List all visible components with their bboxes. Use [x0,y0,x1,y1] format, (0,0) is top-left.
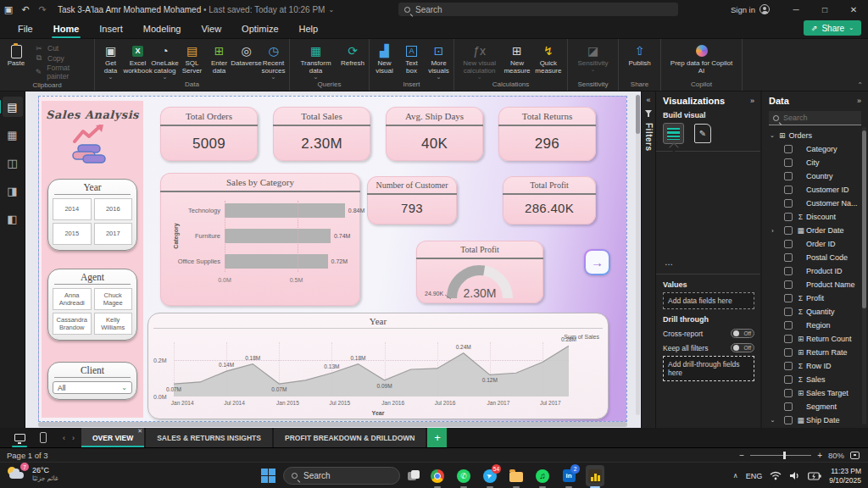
format-visual-button[interactable]: ✎ [694,124,711,143]
visual-type-icon[interactable] [678,229,692,241]
field-checkbox[interactable] [784,226,793,235]
view-nav-item[interactable]: ◧ [3,208,23,229]
visual-type-icon[interactable] [663,243,676,256]
field-checkbox[interactable] [784,267,793,275]
field-checkbox[interactable] [784,321,793,330]
telegram-app-icon[interactable]: 54➤ [481,465,499,486]
view-nav-item[interactable]: ▤ [3,97,23,117]
close-tab-icon[interactable]: ✕ [137,428,142,435]
client-dropdown[interactable]: All ⌄ [53,381,132,394]
field-checkbox[interactable] [784,375,793,384]
drill-through-field-well[interactable]: Add drill-through fields here [663,356,754,381]
view-nav-item[interactable]: ◨ [3,180,23,201]
visual-type-icon[interactable] [709,186,723,198]
more-visual-options[interactable]: … [665,258,754,267]
visual-type-icon[interactable] [725,171,738,184]
battery-icon[interactable] [808,472,821,480]
minimize-button[interactable]: ─ [782,0,810,19]
collapse-panel-icon[interactable]: » [857,97,861,105]
data-field-row[interactable]: Product Name [769,278,861,291]
agent-option-button[interactable]: Cassandra Brandow [53,313,92,335]
data-field-row[interactable]: Σ Quantity [769,305,861,319]
data-field-row[interactable]: Customer Na... [769,197,861,210]
task-view-button[interactable] [408,470,420,481]
ribbon-button[interactable]: ⟳ Refresh [340,42,365,68]
visual-type-icon[interactable] [663,229,676,241]
ribbon-button[interactable]: ◔ OneLake catalog ⌄ [153,42,178,80]
visual-type-icon[interactable] [709,229,723,241]
taskbar-search[interactable]: Search [283,467,400,485]
visual-type-icon[interactable] [694,157,708,169]
field-checkbox[interactable] [784,416,793,424]
data-field-row[interactable]: City [769,156,861,169]
visual-type-icon[interactable] [741,229,754,241]
menu-item[interactable]: Home [44,21,89,36]
visual-type-icon[interactable] [678,157,692,169]
linkedin-app-icon[interactable]: 2in [559,465,578,486]
menu-item[interactable]: Modeling [134,21,191,36]
ribbon-button[interactable]: ▣ Get data ⌄ [98,42,124,80]
ribbon-button[interactable]: ▟ New visual [372,42,398,75]
sales-by-category-chart[interactable]: Sales by Category Category Technology 0.… [160,173,360,306]
zoom-out-button[interactable]: − [739,451,744,460]
sign-in-button[interactable]: Sign in [731,4,770,14]
menu-item[interactable]: View [192,21,231,36]
data-field-row[interactable]: Σ Sales [769,373,861,386]
keep-all-filters-toggle[interactable]: Off [731,343,754,352]
ribbon-collapse-icon[interactable]: ⌃ [857,81,863,89]
app-search-box[interactable]: Search [398,3,678,16]
year-option-button[interactable]: 2015 [53,223,92,245]
cross-report-toggle[interactable]: Off [731,329,754,338]
canvas-horizontal-scrollbar[interactable] [38,422,627,427]
clock[interactable]: 11:23 PM 9/10/2025 [829,467,861,485]
data-search-box[interactable] [769,111,861,125]
visual-type-icon[interactable] [741,214,754,227]
language-indicator[interactable]: ENG [746,472,763,480]
close-button[interactable]: ✕ [839,0,868,19]
ribbon-button[interactable]: A Text box [399,42,425,75]
save-icon[interactable]: ▣ [0,4,17,15]
share-button[interactable]: ⇗ Share ⌄ [804,20,861,36]
next-page-icon[interactable]: › [72,434,75,442]
field-checkbox[interactable] [784,186,793,194]
visual-type-icon[interactable] [694,229,708,241]
field-checkbox[interactable] [784,335,793,343]
field-checkbox[interactable] [784,172,793,180]
visual-type-icon[interactable] [663,171,676,184]
visual-type-icon[interactable] [725,229,738,241]
field-checkbox[interactable] [784,294,793,302]
data-panel-scrollbar[interactable] [862,127,866,424]
ribbon-button[interactable]: ◷ Recent sources ⌄ [261,42,287,80]
visual-type-icon[interactable] [741,243,754,256]
mobile-layout-button[interactable] [36,431,51,445]
collapse-panel-icon[interactable]: » [750,97,754,105]
visual-type-icon[interactable] [694,200,708,213]
visual-type-icon[interactable] [741,171,754,184]
menu-item[interactable]: File [8,21,42,36]
visual-type-icon[interactable] [663,214,676,227]
visual-type-icon[interactable] [709,157,723,169]
data-field-row[interactable]: Category [769,142,861,156]
field-checkbox[interactable] [784,253,793,262]
visual-type-icon[interactable] [678,200,692,213]
prev-page-icon[interactable]: ‹ [63,434,65,442]
category-bar[interactable] [225,229,331,243]
ribbon-button[interactable]: ▤ SQL Server [180,42,205,75]
zoom-slider[interactable] [750,452,811,459]
wifi-icon[interactable] [770,471,782,480]
field-checkbox[interactable] [784,280,793,289]
visual-type-icon[interactable] [741,186,754,198]
data-field-row[interactable]: ⊞ Return Rate [769,346,861,359]
visual-type-icon[interactable] [709,171,723,184]
page-tab[interactable]: PROFIT BREAKDOWN & DRILLDOWN ✕ [274,428,426,447]
whatsapp-app-icon[interactable]: ✆ [454,465,473,486]
visual-type-icon[interactable] [678,243,692,256]
agent-option-button[interactable]: Anna Andreadi [53,288,92,310]
visual-type-icon[interactable] [709,214,723,227]
ribbon-button[interactable]: ▦ Transform data ⌄ [293,42,338,80]
chrome-app-icon[interactable] [428,465,447,486]
agent-option-button[interactable]: Kelly Williams [94,313,133,335]
maximize-button[interactable]: □ [810,0,839,19]
visual-type-icon[interactable] [709,243,723,256]
total-profit-gauge[interactable]: Total Profit 24.90K 2.30M [416,241,543,303]
